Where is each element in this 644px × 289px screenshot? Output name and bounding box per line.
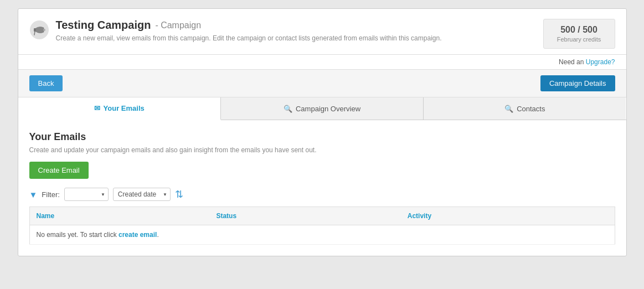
megaphone-icon — [29, 20, 49, 42]
svg-rect-1 — [34, 28, 36, 32]
table-row-empty: No emails yet. To start click create ema… — [29, 225, 615, 245]
sort-select-wrapper: Created date — [113, 188, 171, 201]
section-description: Create and update your campaign emails a… — [29, 146, 615, 154]
page-title: Testing Campaign - Campaign — [56, 19, 442, 32]
credits-label: February credits — [554, 36, 605, 43]
table-body: No emails yet. To start click create ema… — [29, 225, 615, 245]
back-button[interactable]: Back — [29, 75, 63, 91]
header-left: Testing Campaign - Campaign Create a new… — [29, 19, 442, 42]
svg-line-2 — [34, 32, 35, 35]
header: Testing Campaign - Campaign Create a new… — [18, 9, 626, 55]
filter-select[interactable] — [64, 188, 109, 201]
column-activity: Activity — [401, 207, 615, 225]
sort-select[interactable]: Created date — [113, 188, 171, 201]
tab-campaign-overview[interactable]: 🔍 Campaign Overview — [221, 97, 424, 120]
table-header: Name Status Activity — [29, 207, 615, 225]
empty-message-text: No emails yet. To start click — [37, 231, 117, 239]
empty-message-cell: No emails yet. To start click create ema… — [29, 225, 615, 245]
svg-point-3 — [43, 29, 45, 31]
credits-box: 500 / 500 February credits — [543, 19, 615, 49]
filter-row: ▼ Filter: Created date ⇅ — [29, 188, 615, 201]
upgrade-link[interactable]: Upgrade? — [586, 58, 615, 66]
column-status: Status — [209, 207, 400, 225]
main-content: Your Emails Create and update your campa… — [18, 120, 626, 256]
header-description: Create a new email, view emails from thi… — [56, 34, 442, 42]
tab-your-emails-label: Your Emails — [104, 104, 145, 112]
emails-table: Name Status Activity No emails yet. To s… — [29, 207, 615, 245]
empty-suffix: . — [157, 231, 158, 239]
tab-contacts[interactable]: 🔍 Contacts — [424, 97, 626, 120]
email-icon: ✉ — [94, 104, 100, 112]
header-title-group: Testing Campaign - Campaign Create a new… — [56, 19, 442, 42]
create-email-link[interactable]: create email — [119, 231, 157, 239]
tab-campaign-overview-label: Campaign Overview — [296, 105, 360, 113]
filter-icon: ▼ — [29, 190, 38, 199]
campaign-name: Testing Campaign — [56, 19, 151, 32]
tab-contacts-label: Contacts — [517, 105, 545, 113]
column-name: Name — [29, 207, 209, 225]
campaign-label: - Campaign — [155, 20, 201, 30]
upgrade-bar: Need an Upgrade? — [18, 55, 626, 70]
filter-label: Filter: — [42, 190, 60, 199]
upgrade-text: Need an — [559, 58, 584, 66]
sort-toggle-icon[interactable]: ⇅ — [175, 188, 183, 200]
create-email-button[interactable]: Create Email — [29, 162, 89, 179]
search-icon-campaign: 🔍 — [284, 105, 292, 113]
tab-your-emails[interactable]: ✉ Your Emails — [18, 97, 221, 120]
main-container: Testing Campaign - Campaign Create a new… — [18, 8, 627, 256]
table-header-row: Name Status Activity — [29, 207, 615, 225]
tabs: ✉ Your Emails 🔍 Campaign Overview 🔍 Cont… — [18, 97, 626, 120]
section-title: Your Emails — [29, 131, 615, 143]
toolbar: Back Campaign Details — [18, 70, 626, 97]
campaign-details-button[interactable]: Campaign Details — [540, 75, 615, 91]
filter-select-wrapper — [64, 188, 109, 201]
credits-numbers: 500 / 500 — [554, 25, 605, 35]
search-icon-contacts: 🔍 — [504, 105, 513, 113]
